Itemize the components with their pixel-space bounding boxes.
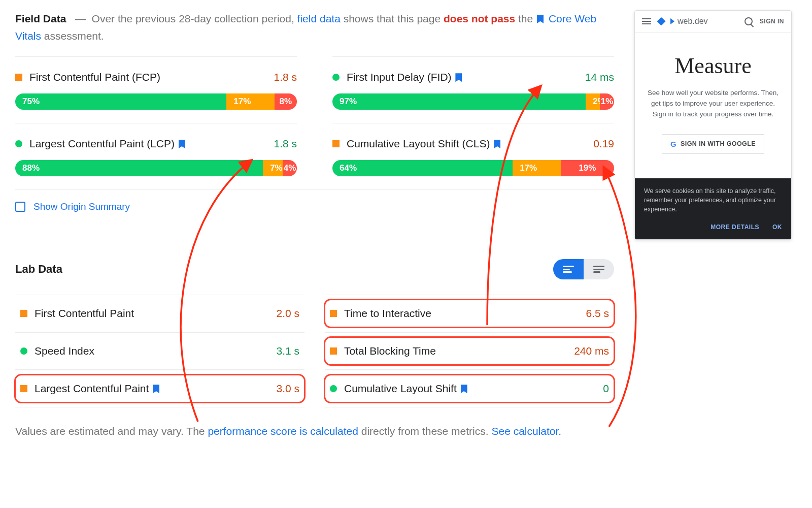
webdev-logo[interactable]: web.dev	[658, 17, 737, 26]
status-square-icon	[20, 385, 27, 392]
poor-segment: 4%	[283, 160, 297, 176]
poor-segment: 8%	[275, 93, 297, 110]
metric-name: Largest Contentful Paint (LCP)	[29, 138, 266, 150]
metric-value: 14 ms	[585, 71, 614, 83]
metric-value: 1.8 s	[274, 138, 297, 150]
lab-metric-name: Speed Index	[35, 345, 269, 357]
metric-name: First Contentful Paint (FCP)	[29, 71, 266, 83]
lab-metric-row: First Contentful Paint 2.0 s	[15, 295, 304, 332]
good-segment: 88%	[15, 160, 263, 176]
distribution-bar: 64% 17% 19%	[332, 160, 614, 176]
metric-name: Cumulative Layout Shift (CLS)	[347, 138, 586, 150]
mobile-preview: web.dev SIGN IN Measure See how well you…	[634, 10, 792, 240]
distribution-bar: 75% 17% 8%	[15, 93, 297, 110]
poor-segment: 19%	[561, 160, 614, 176]
cookie-banner: We serve cookies on this site to analyze…	[635, 178, 791, 239]
cookie-ok[interactable]: OK	[772, 223, 782, 232]
lab-metric-row: Time to Interactive 6.5 s	[325, 295, 614, 332]
lab-metric-row: Largest Contentful Paint 3.0 s	[15, 370, 304, 407]
status-circle-icon	[20, 347, 27, 355]
search-icon[interactable]	[745, 17, 753, 25]
status-square-icon	[330, 310, 337, 317]
distribution-bar: 97% 2% 1%	[332, 93, 614, 110]
sign-in-google-button[interactable]: G SIGN IN WITH GOOGLE	[662, 134, 764, 154]
status-circle-icon	[330, 385, 337, 392]
good-segment: 97%	[332, 93, 586, 110]
show-origin-summary-toggle[interactable]: Show Origin Summary	[15, 189, 614, 224]
lab-footnote: Values are estimated and may vary. The p…	[15, 423, 614, 440]
cookie-more-details[interactable]: MORE DETAILS	[710, 223, 759, 232]
bookmark-icon	[461, 385, 467, 393]
view-detail-button[interactable]	[553, 259, 584, 279]
hamburger-icon[interactable]	[642, 18, 651, 24]
lab-metric-name: Cumulative Layout Shift	[344, 383, 596, 395]
lab-metric-value: 6.5 s	[586, 307, 609, 320]
measure-heading: Measure	[646, 53, 780, 79]
lab-metric-row: Cumulative Layout Shift 0	[325, 370, 614, 407]
see-calculator-link[interactable]: See calculator.	[491, 425, 561, 437]
good-segment: 64%	[332, 160, 513, 176]
status-square-icon	[330, 347, 337, 355]
field-data-summary: Field Data — Over the previous 28-day co…	[15, 10, 614, 44]
sign-in-link[interactable]: SIGN IN	[760, 18, 784, 25]
checkbox-icon[interactable]	[15, 202, 25, 212]
bookmark-icon	[179, 140, 185, 148]
lab-metric-value: 240 ms	[574, 345, 609, 357]
metric-value: 1.8 s	[274, 71, 297, 83]
lab-view-toggle[interactable]	[553, 259, 614, 279]
needs-improvement-segment: 17%	[226, 93, 274, 110]
lab-metric-name: First Contentful Paint	[35, 307, 269, 320]
bookmark-icon	[153, 385, 159, 393]
field-data-link[interactable]: field data	[297, 13, 341, 24]
lab-metric-value: 2.0 s	[276, 307, 299, 320]
perf-score-link[interactable]: performance score is calculated	[208, 425, 358, 437]
lab-data-title: Lab Data	[15, 263, 62, 276]
bookmark-icon	[537, 15, 544, 23]
metric-name: First Input Delay (FID)	[347, 71, 578, 83]
lab-metric-name: Largest Contentful Paint	[35, 383, 269, 395]
field-metric: First Contentful Paint (FCP) 1.8 s 75% 1…	[15, 56, 297, 123]
lab-metric-name: Time to Interactive	[344, 307, 579, 320]
lab-metric-row: Total Blocking Time 240 ms	[325, 332, 614, 370]
lab-metric-row: Speed Index 3.1 s	[15, 332, 304, 370]
status-square-icon	[332, 140, 340, 147]
field-metric: First Input Delay (FID) 14 ms 97% 2% 1%	[332, 56, 614, 123]
field-metric: Cumulative Layout Shift (CLS) 0.19 64% 1…	[332, 123, 614, 189]
good-segment: 75%	[15, 93, 226, 110]
bookmark-icon	[455, 73, 462, 82]
lab-metric-value: 3.1 s	[276, 345, 299, 357]
metric-value: 0.19	[593, 138, 614, 150]
view-compact-button[interactable]	[584, 259, 614, 279]
bookmark-icon	[494, 140, 500, 148]
status-square-icon	[15, 74, 22, 81]
needs-improvement-segment: 17%	[513, 160, 560, 176]
needs-improvement-segment: 7%	[263, 160, 283, 176]
lab-metric-value: 3.0 s	[276, 383, 299, 395]
needs-improvement-segment: 2%	[586, 93, 600, 110]
google-icon: G	[670, 140, 676, 148]
status-square-icon	[20, 310, 27, 317]
poor-segment: 1%	[600, 93, 614, 110]
field-metric: Largest Contentful Paint (LCP) 1.8 s 88%…	[15, 123, 297, 189]
status-circle-icon	[15, 140, 22, 147]
lab-metric-name: Total Blocking Time	[344, 345, 567, 357]
distribution-bar: 88% 7% 4%	[15, 160, 297, 176]
status-circle-icon	[332, 74, 340, 81]
lab-metric-value: 0	[603, 383, 609, 395]
measure-description: See how well your website performs. Then…	[646, 88, 780, 120]
